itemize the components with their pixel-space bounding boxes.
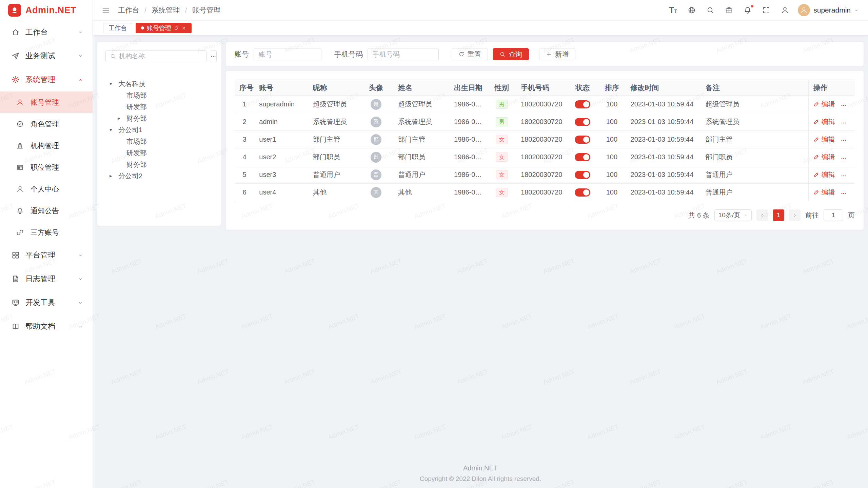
page-size-select[interactable]: 10条/页 xyxy=(714,209,752,221)
cell-gender: 女 xyxy=(488,184,516,201)
page-number-button[interactable]: 1 xyxy=(773,209,784,221)
row-avatar: 部 xyxy=(371,134,381,145)
sidebar-item-notice-announcement[interactable]: 通知公告 xyxy=(0,200,93,222)
sidebar-item-role-management[interactable]: 角色管理 xyxy=(0,113,93,135)
cell-index: 5 xyxy=(235,166,254,184)
sidebar-item-log-management[interactable]: 日志管理 xyxy=(0,267,93,291)
role-icon xyxy=(16,120,24,128)
cell-gender: 女 xyxy=(488,148,516,166)
profile-icon[interactable] xyxy=(781,6,789,14)
edit-button[interactable]: 编辑 xyxy=(813,100,835,109)
sidebar-item-platform-management[interactable]: 平台管理 xyxy=(0,243,93,267)
phone-input[interactable] xyxy=(368,48,439,60)
org-more-button[interactable] xyxy=(210,50,217,62)
search-form-card: 账号 手机号码 重置 查询 新增 xyxy=(226,42,864,66)
sidebar-item-business-test[interactable]: 业务测试 xyxy=(0,44,93,68)
user-menu[interactable]: superadmin xyxy=(798,4,859,16)
cell-modified: 2023-01-03 10:59:44 xyxy=(626,148,701,166)
app-logo[interactable]: Admin.NET xyxy=(0,0,93,20)
sidebar-item-third-party-account[interactable]: 三方账号 xyxy=(0,222,93,243)
tree-node[interactable]: 市场部 xyxy=(105,89,213,101)
search-button-label: 查询 xyxy=(509,50,522,59)
reset-button[interactable]: 重置 xyxy=(452,48,488,60)
row-avatar: 系 xyxy=(371,117,381,127)
sidebar-item-help-docs[interactable]: 帮助文档 xyxy=(0,314,93,338)
menu-search-icon[interactable] xyxy=(706,6,714,14)
edit-button[interactable]: 编辑 xyxy=(813,152,835,162)
cell-gender: 男 xyxy=(488,96,516,113)
tree-node[interactable]: 财务部 xyxy=(105,159,213,170)
edit-button[interactable]: 编辑 xyxy=(813,188,835,197)
tree-node[interactable]: ▾分公司1 xyxy=(105,124,213,136)
cell-remark: 普通用户 xyxy=(701,184,809,201)
add-button[interactable]: 新增 xyxy=(539,48,575,60)
edit-button[interactable]: 编辑 xyxy=(813,135,835,144)
goto-page-input[interactable] xyxy=(824,209,843,221)
tab-workbench[interactable]: 工作台 xyxy=(103,23,132,33)
refresh-tab-icon[interactable] xyxy=(174,26,179,30)
row-more-button[interactable] xyxy=(841,120,847,126)
top-header: 工作台/系统管理/账号管理 TT superadmin xyxy=(93,0,868,20)
status-toggle[interactable] xyxy=(575,136,590,144)
breadcrumb-item[interactable]: 账号管理 xyxy=(192,5,221,15)
table-row: 5user3普通用户普普通用户1986-06-28女18020030720100… xyxy=(235,166,855,184)
tree-node[interactable]: 研发部 xyxy=(105,101,213,113)
status-toggle[interactable] xyxy=(575,188,590,197)
edit-button[interactable]: 编辑 xyxy=(813,170,835,179)
sidebar-item-personal-center[interactable]: 个人中心 xyxy=(0,178,93,200)
tree-node[interactable]: ▸财务部 xyxy=(105,113,213,124)
font-size-icon[interactable]: TT xyxy=(669,6,677,14)
edit-button[interactable]: 编辑 xyxy=(813,117,835,126)
cell-index: 3 xyxy=(235,131,254,148)
breadcrumb: 工作台/系统管理/账号管理 xyxy=(118,5,221,15)
col-gender: 性别 xyxy=(488,80,516,96)
sidebar-item-label: 开发工具 xyxy=(25,298,55,308)
cell-sort: 100 xyxy=(598,148,626,166)
row-more-button[interactable] xyxy=(841,102,847,108)
cell-name: 部门职员 xyxy=(393,148,449,166)
status-toggle[interactable] xyxy=(575,118,590,126)
account-input[interactable] xyxy=(254,48,321,60)
tab-label: 账号管理 xyxy=(147,24,171,32)
sidebar-item-dev-tools[interactable]: 开发工具 xyxy=(0,291,93,314)
language-icon[interactable] xyxy=(688,6,696,14)
breadcrumb-item[interactable]: 工作台 xyxy=(118,5,139,15)
status-toggle[interactable] xyxy=(575,153,590,161)
row-more-button[interactable] xyxy=(841,138,847,144)
prev-page-button[interactable] xyxy=(756,209,768,221)
status-toggle[interactable] xyxy=(575,100,590,108)
breadcrumb-item[interactable]: 系统管理 xyxy=(152,5,180,15)
row-more-button[interactable] xyxy=(841,190,847,197)
chevron-down-icon xyxy=(854,8,859,13)
sidebar-item-account-management[interactable]: 账号管理 xyxy=(0,92,93,113)
org-name-input[interactable] xyxy=(119,53,202,60)
fullscreen-icon[interactable] xyxy=(762,6,770,14)
col-name: 姓名 xyxy=(393,80,449,96)
sidebar-item-org-management[interactable]: 机构管理 xyxy=(0,135,93,157)
status-toggle[interactable] xyxy=(575,171,590,179)
hamburger-menu-icon[interactable] xyxy=(102,6,110,14)
tree-node[interactable]: ▸分公司2 xyxy=(105,170,213,182)
tree-node[interactable]: 市场部 xyxy=(105,136,213,147)
row-more-button[interactable] xyxy=(841,173,847,179)
notification-bell-icon[interactable] xyxy=(744,6,752,14)
tree-node[interactable]: 研发部 xyxy=(105,147,213,159)
theme-icon[interactable] xyxy=(725,6,733,14)
cell-sort: 100 xyxy=(598,96,626,113)
search-button[interactable]: 查询 xyxy=(493,48,529,60)
sidebar-item-workbench[interactable]: 工作台 xyxy=(0,20,93,44)
tree-node[interactable]: ▾大名科技 xyxy=(105,78,213,89)
row-more-button[interactable] xyxy=(841,155,847,161)
cell-phone: 18020030720 xyxy=(516,131,567,148)
tab-account-management[interactable]: 账号管理 xyxy=(136,23,192,33)
pencil-icon xyxy=(813,154,820,160)
next-page-button[interactable] xyxy=(789,209,801,221)
send-icon xyxy=(12,52,20,60)
sidebar-item-system-management[interactable]: 系统管理 xyxy=(0,68,93,92)
cell-avatar: 部 xyxy=(359,131,394,148)
sidebar-item-position-management[interactable]: 职位管理 xyxy=(0,157,93,178)
cell-actions: 编辑 xyxy=(808,113,855,131)
sidebar-item-label: 系统管理 xyxy=(25,75,55,85)
table-header-row: 序号账号昵称头像姓名出生日期性别手机号码状态排序修改时间备注操作 xyxy=(235,80,855,96)
close-tab-icon[interactable] xyxy=(181,26,186,30)
